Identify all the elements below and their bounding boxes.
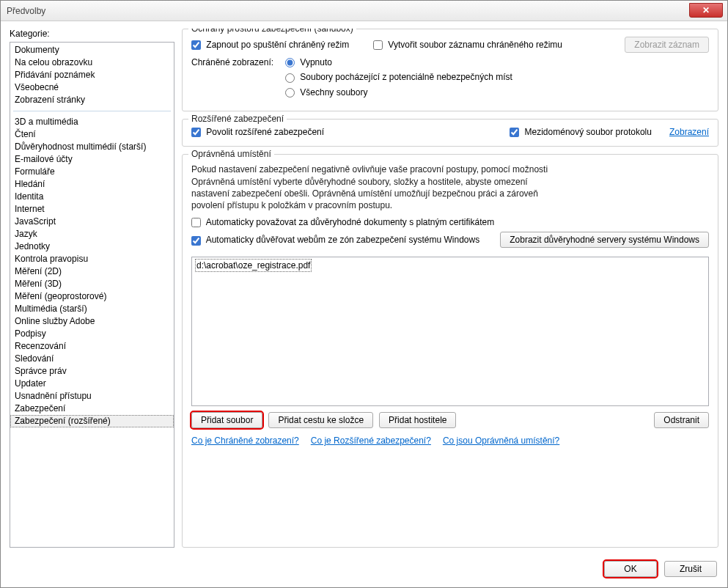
privileged-buttons: Přidat soubor Přidat cestu ke složce Při… — [191, 412, 709, 428]
category-item[interactable]: Čtení — [10, 128, 174, 141]
group-privileged: Oprávněná umístění Pokud nastavení zabez… — [182, 154, 718, 548]
category-divider — [13, 111, 171, 111]
radio-off[interactable]: Vypnuto — [285, 57, 332, 67]
show-log-button[interactable]: Zobrazit záznam — [625, 37, 709, 53]
categories-list[interactable]: Dokumenty Na celou obrazovku Přidávání p… — [10, 42, 174, 548]
help-protected-view[interactable]: Co je Chráněné zobrazení? — [191, 436, 299, 446]
checkbox-auto-cert[interactable]: Automaticky považovat za důvěryhodné dok… — [191, 217, 494, 227]
categories-label: Kategorie: — [10, 29, 174, 39]
crossdomain-view-link[interactable]: Zobrazení — [669, 127, 709, 137]
category-item[interactable]: Všeobecné — [10, 81, 174, 94]
checkbox-create-log-input[interactable] — [373, 40, 383, 50]
protected-view-label: Chráněné zobrazení: — [191, 57, 279, 67]
checkbox-enable-enhanced-input[interactable] — [191, 128, 201, 137]
category-item[interactable]: Updater — [10, 378, 174, 390]
category-item[interactable]: Přidávání poznámek — [10, 69, 174, 81]
group-sandbox: Ochrany prostoru zabezpečení (sandbox) Z… — [182, 29, 718, 111]
help-privileged-locations[interactable]: Co jsou Oprávněná umístění? — [443, 436, 559, 446]
preferences-window: Předvolby ✕ Kategorie: Dokumenty Na celo… — [0, 0, 728, 588]
cancel-button[interactable]: Zrušit — [664, 561, 717, 577]
add-file-button[interactable]: Přidat soubor — [191, 412, 262, 428]
footer: OK Zrušit — [1, 555, 727, 587]
category-item[interactable]: Zobrazení stránky — [10, 94, 174, 106]
category-item[interactable]: Recenzování — [10, 340, 174, 353]
ok-button[interactable]: OK — [604, 561, 657, 577]
checkbox-enable-protected-input[interactable] — [191, 40, 201, 50]
group-enhanced: Rozšířené zabezpečení Povolit rozšířené … — [182, 119, 718, 147]
category-item[interactable]: Kontrola pravopisu — [10, 253, 174, 265]
group-privileged-title: Oprávněná umístění — [188, 149, 274, 159]
list-item[interactable]: d:\acrobat\oze_registrace.pdf — [195, 259, 312, 272]
category-item[interactable]: Jazyk — [10, 228, 174, 240]
group-sandbox-title: Ochrany prostoru zabezpečení (sandbox) — [188, 29, 356, 34]
titlebar: Předvolby ✕ — [1, 1, 727, 21]
radio-all-input[interactable] — [285, 88, 295, 98]
checkbox-auto-cert-input[interactable] — [191, 218, 201, 227]
category-item[interactable]: Důvěryhodnost multimédií (starší) — [10, 141, 174, 153]
category-item[interactable]: Dokumenty — [10, 44, 174, 56]
checkbox-crossdomain[interactable]: Mezidoménový soubor protokolu — [510, 127, 652, 137]
category-item[interactable]: Správce práv — [10, 365, 174, 378]
category-item[interactable]: Měření (2D) — [10, 265, 174, 278]
checkbox-enable-enhanced[interactable]: Povolit rozšířené zabezpečení — [191, 127, 504, 137]
category-item[interactable]: Měření (3D) — [10, 278, 174, 290]
add-folder-button[interactable]: Přidat cestu ke složce — [268, 412, 373, 428]
category-item[interactable]: 3D a multimédia — [10, 116, 174, 128]
show-win-servers-button[interactable]: Zobrazit důvěryhodné servery systému Win… — [500, 232, 709, 248]
group-enhanced-title: Rozšířené zabezpečení — [188, 114, 287, 124]
window-title: Předvolby — [7, 6, 45, 16]
checkbox-auto-win[interactable]: Automaticky důvěřovat webům ze zón zabez… — [191, 235, 494, 245]
category-item[interactable]: JavaScript — [10, 216, 174, 228]
category-item[interactable]: Sledování — [10, 353, 174, 365]
category-item[interactable]: Podpisy — [10, 328, 174, 340]
category-item[interactable]: Identita — [10, 191, 174, 203]
help-links: Co je Chráněné zobrazení? Co je Rozšířen… — [191, 436, 709, 446]
content: Kategorie: Dokumenty Na celou obrazovku … — [1, 21, 727, 555]
help-enhanced-security[interactable]: Co je Rozšířené zabezpečení? — [311, 436, 431, 446]
add-host-button[interactable]: Přidat hostitele — [379, 412, 456, 428]
category-item[interactable]: Multimédia (starší) — [10, 303, 174, 315]
category-item[interactable]: Formuláře — [10, 166, 174, 178]
radio-unsafe[interactable]: Soubory pocházející z potenciálně nebezp… — [285, 72, 512, 82]
close-button[interactable]: ✕ — [689, 3, 723, 18]
category-item[interactable]: Měření (geoprostorové) — [10, 290, 174, 303]
category-item[interactable]: Online služby Adobe — [10, 315, 174, 328]
category-item[interactable]: Zabezpečení — [10, 403, 174, 415]
radio-off-input[interactable] — [285, 58, 295, 67]
right-panel: Ochrany prostoru zabezpečení (sandbox) Z… — [182, 29, 718, 548]
close-icon: ✕ — [702, 5, 710, 15]
radio-all[interactable]: Všechny soubory — [285, 87, 367, 98]
category-item[interactable]: Usnadnění přístupu — [10, 390, 174, 403]
protected-view-radios: Vypnuto Soubory pocházející z potenciáln… — [285, 57, 512, 98]
checkbox-crossdomain-input[interactable] — [510, 128, 519, 137]
checkbox-create-log[interactable]: Vytvořit soubor záznamu chráněného režim… — [373, 40, 619, 50]
category-item[interactable]: E-mailové účty — [10, 153, 174, 166]
category-item-selected[interactable]: Zabezpečení (rozšířené) — [10, 415, 174, 427]
privileged-description: Pokud nastavení zabezpečení negativně ov… — [191, 163, 709, 211]
left-panel: Kategorie: Dokumenty Na celou obrazovku … — [10, 29, 174, 548]
checkbox-auto-win-input[interactable] — [191, 236, 201, 246]
category-item[interactable]: Internet — [10, 203, 174, 216]
remove-button[interactable]: Odstranit — [654, 412, 709, 428]
checkbox-enable-protected[interactable]: Zapnout po spuštění chráněný režim — [191, 40, 367, 50]
category-item[interactable]: Jednotky — [10, 240, 174, 253]
radio-unsafe-input[interactable] — [285, 73, 295, 83]
category-item[interactable]: Hledání — [10, 178, 174, 191]
privileged-list[interactable]: d:\acrobat\oze_registrace.pdf — [191, 257, 709, 406]
category-item[interactable]: Na celou obrazovku — [10, 56, 174, 69]
